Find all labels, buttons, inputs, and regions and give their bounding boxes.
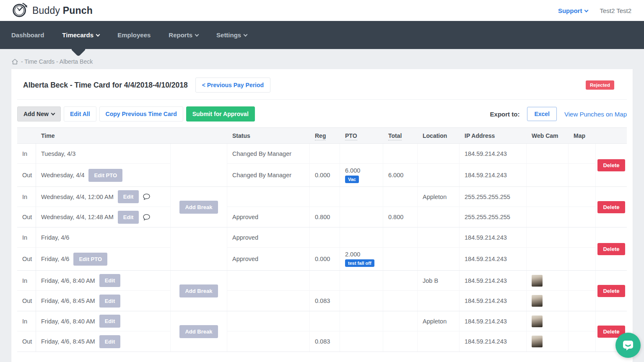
main-nav: Dashboard Timecards Employees Reports Se… [0,21,644,49]
webcam-photo[interactable] [532,275,543,287]
status-cell [227,331,310,352]
delete-cell: Delete [596,271,627,311]
pto-cell [340,291,383,311]
webcam-photo[interactable] [532,315,543,327]
header-status: Status [227,132,310,139]
status-cell: Approved [227,228,310,248]
add-break-button[interactable]: Add Break [179,201,218,214]
edit-all-button[interactable]: Edit All [64,106,96,122]
breadcrumb-text[interactable]: - Time Cards - Alberta Beck [21,58,93,65]
comment-icon[interactable] [143,214,150,220]
ip-cell: 184.59.214.243 [460,311,527,331]
add-break-button[interactable]: Add Break [179,284,218,297]
reg-cell [310,311,340,331]
delete-button[interactable]: Delete [597,243,625,255]
time-cell: Tuesday, 4/3 [36,144,171,164]
delete-button[interactable]: Delete [597,201,625,213]
total-cell [383,187,418,207]
breadcrumb: - Time Cards - Alberta Beck [11,58,633,65]
location-cell [418,144,460,164]
add-new-button[interactable]: Add New [17,106,61,122]
comment-icon[interactable] [143,194,150,200]
pto-cell [340,228,383,248]
header-time: Time [36,132,171,139]
chat-launcher-button[interactable] [615,333,641,358]
location-cell [418,164,460,186]
map-cell [569,164,596,186]
punch-pair-group: In Wednesday, 4/4, 12:00 AM Edit Add Bre… [17,187,627,228]
previous-pay-period-button[interactable]: < Previous Pay Period [195,78,270,93]
nav-reports[interactable]: Reports [169,31,198,39]
support-link[interactable]: Support [558,7,588,14]
chevron-down-icon [584,8,589,12]
punch-pair-group: In Friday, 4/6, 8:40 AM Edit Add Break J… [17,271,627,311]
status-cell [227,311,310,331]
edit-punch-button[interactable]: Edit [99,315,121,328]
location-cell: Appleton [418,311,460,331]
in-label: In [17,311,36,331]
submit-for-approval-button[interactable]: Submit for Approval [186,106,255,122]
nav-timecards[interactable]: Timecards [62,31,99,39]
user-menu[interactable]: Test2 Test2 [600,7,631,14]
punch-time: Wednesday, 4/4, 12:48 AM [41,214,114,220]
time-cell: Wednesday, 4/4, 12:48 AM Edit [36,207,171,227]
ip-cell: 184.59.214.243 [460,144,527,164]
home-icon[interactable] [11,58,18,65]
export-excel-button[interactable]: Excel [527,107,557,121]
nav-dashboard[interactable]: Dashboard [11,31,44,39]
punch-time: Friday, 4/6, 8:45 AM [41,297,95,304]
buddy-punch-logo[interactable]: Buddy Punch [11,1,93,20]
table-header-row: Time Status Reg PTO Total Location IP Ad… [17,127,627,144]
pto-cell [340,331,383,352]
pto-cell [340,207,383,227]
export-to-label: Export to: [490,111,520,118]
location-cell: Job B [418,271,460,291]
active-tab-pointer [71,41,86,57]
webcam-cell [527,228,569,248]
time-cell: Friday, 4/6, 8:40 AM Edit [36,271,171,291]
add-break-button[interactable]: Add Break [179,325,218,338]
punch-time: Friday, 4/6 [41,234,69,241]
punch-time: Friday, 4/6, 8:40 AM [41,318,95,325]
status-cell [227,187,310,207]
edit-punch-button[interactable]: Edit [99,295,121,308]
break-cell: Add Break [171,311,227,352]
punch-time: Tuesday, 4/3 [41,150,75,157]
copy-previous-time-card-button[interactable]: Copy Previous Time Card [99,106,183,122]
time-cell: Friday, 4/6, 8:45 AM Edit [36,291,171,311]
webcam-photo[interactable] [532,295,543,307]
status-cell: Approved [227,248,310,270]
total-cell [383,271,418,291]
edit-punch-button[interactable]: Edit [118,211,139,224]
delete-button[interactable]: Delete [597,285,625,297]
ip-cell: 184.59.214.243 [460,228,527,248]
edit-pto-button[interactable]: Edit PTO [73,253,107,266]
chat-bubble-icon [622,339,634,352]
webcam-cell [527,311,569,331]
header-pto: PTO [340,132,383,139]
break-cell: Add Break [171,187,227,227]
view-punches-on-map-link[interactable]: View Punches on Map [564,111,627,118]
location-cell [418,331,460,352]
nav-settings[interactable]: Settings [216,31,247,39]
punch-time: Wednesday, 4/4 [41,172,84,178]
punch-time: Friday, 4/6, 8:45 AM [41,338,95,345]
reg-cell [310,271,340,291]
status-badge: Rejected [586,80,614,90]
edit-punch-button[interactable]: Edit [99,274,121,287]
location-cell: Appleton [418,187,460,207]
reg-cell: 0.800 [310,207,340,227]
delete-button[interactable]: Delete [597,159,625,171]
webcam-photo[interactable] [532,336,543,347]
edit-punch-button[interactable]: Edit [118,190,139,203]
nav-employees[interactable]: Employees [117,31,151,39]
chevron-down-icon [244,33,248,37]
edit-punch-button[interactable]: Edit [99,335,121,348]
edit-pto-button[interactable]: Edit PTO [88,169,122,182]
pto-hours: 6.000 [345,167,360,174]
map-cell [569,144,596,164]
total-cell [383,248,418,270]
total-cell: 6.000 [383,164,418,186]
chevron-down-icon [51,111,55,116]
map-cell [569,207,596,227]
